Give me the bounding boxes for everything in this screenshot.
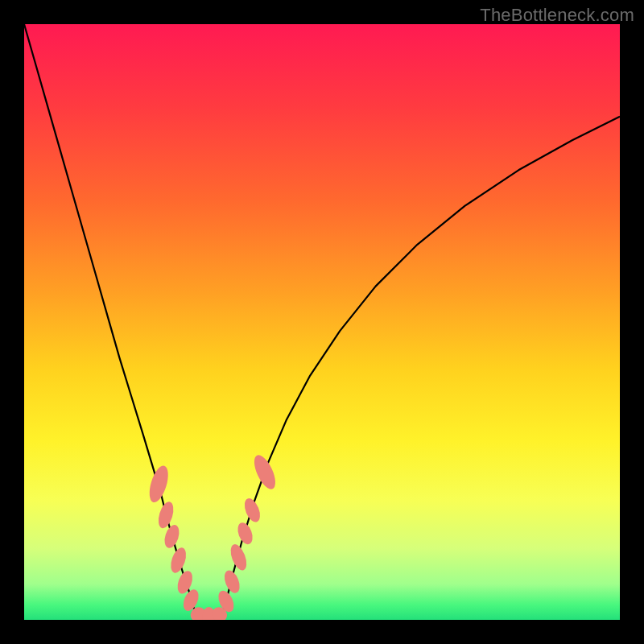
gradient-background (24, 24, 620, 620)
watermark-text: TheBottleneck.com (480, 5, 634, 26)
plot-area (24, 24, 620, 620)
chart-frame: TheBottleneck.com (0, 0, 644, 644)
bottleneck-chart (24, 24, 620, 620)
